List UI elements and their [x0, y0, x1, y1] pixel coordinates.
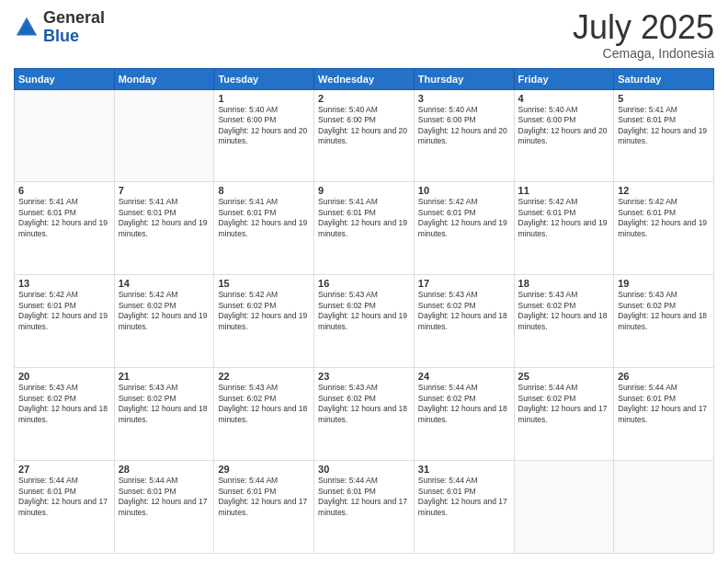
- calendar-cell: 6Sunrise: 5:41 AMSunset: 6:01 PMDaylight…: [15, 182, 115, 275]
- calendar-week-row: 1Sunrise: 5:40 AMSunset: 6:00 PMDaylight…: [15, 89, 714, 182]
- calendar-cell: 16Sunrise: 5:43 AMSunset: 6:02 PMDayligh…: [314, 275, 415, 368]
- logo-icon: [14, 15, 40, 40]
- calendar-cell: [614, 461, 714, 554]
- day-number: 31: [418, 464, 510, 475]
- calendar-cell: 10Sunrise: 5:42 AMSunset: 6:01 PMDayligh…: [414, 182, 514, 275]
- day-number: 4: [518, 93, 610, 104]
- cell-info: Sunrise: 5:42 AMSunset: 6:01 PMDaylight:…: [18, 290, 108, 330]
- month-title: July 2025: [573, 9, 714, 46]
- calendar-cell: 9Sunrise: 5:41 AMSunset: 6:01 PMDaylight…: [314, 182, 415, 275]
- title-block: July 2025 Cemaga, Indonesia: [573, 9, 714, 61]
- day-number: 24: [418, 371, 510, 382]
- calendar-cell: 3Sunrise: 5:40 AMSunset: 6:00 PMDaylight…: [414, 89, 514, 182]
- cell-info: Sunrise: 5:44 AMSunset: 6:01 PMDaylight:…: [18, 476, 108, 516]
- calendar-cell: 7Sunrise: 5:41 AMSunset: 6:01 PMDaylight…: [114, 182, 214, 275]
- cell-info: Sunrise: 5:42 AMSunset: 6:01 PMDaylight:…: [518, 197, 608, 237]
- calendar-cell: 11Sunrise: 5:42 AMSunset: 6:01 PMDayligh…: [514, 182, 614, 275]
- cell-info: Sunrise: 5:42 AMSunset: 6:01 PMDaylight:…: [418, 197, 507, 237]
- day-number: 22: [218, 371, 310, 382]
- page: General Blue July 2025 Cemaga, Indonesia…: [0, 0, 728, 563]
- cell-info: Sunrise: 5:44 AMSunset: 6:01 PMDaylight:…: [618, 383, 707, 423]
- day-number: 11: [518, 185, 610, 196]
- day-number: 27: [18, 464, 110, 475]
- cell-info: Sunrise: 5:41 AMSunset: 6:01 PMDaylight:…: [218, 197, 307, 237]
- calendar-cell: [114, 89, 214, 182]
- cell-info: Sunrise: 5:43 AMSunset: 6:02 PMDaylight:…: [418, 290, 507, 330]
- weekday-header-row: SundayMondayTuesdayWednesdayThursdayFrid…: [15, 68, 714, 89]
- cell-info: Sunrise: 5:40 AMSunset: 6:00 PMDaylight:…: [218, 105, 307, 145]
- cell-info: Sunrise: 5:43 AMSunset: 6:02 PMDaylight:…: [318, 290, 407, 330]
- day-number: 3: [418, 93, 510, 104]
- calendar-cell: 24Sunrise: 5:44 AMSunset: 6:02 PMDayligh…: [414, 368, 514, 461]
- day-number: 26: [618, 371, 710, 382]
- logo: General Blue: [14, 9, 105, 46]
- cell-info: Sunrise: 5:44 AMSunset: 6:01 PMDaylight:…: [418, 476, 507, 516]
- day-number: 9: [318, 185, 410, 196]
- cell-info: Sunrise: 5:42 AMSunset: 6:01 PMDaylight:…: [618, 197, 707, 237]
- cell-info: Sunrise: 5:44 AMSunset: 6:01 PMDaylight:…: [218, 476, 307, 516]
- day-number: 5: [618, 93, 710, 104]
- calendar-cell: 1Sunrise: 5:40 AMSunset: 6:00 PMDaylight…: [214, 89, 314, 182]
- weekday-header-wednesday: Wednesday: [314, 68, 415, 89]
- day-number: 14: [119, 278, 210, 289]
- day-number: 13: [18, 278, 110, 289]
- calendar-week-row: 13Sunrise: 5:42 AMSunset: 6:01 PMDayligh…: [15, 275, 714, 368]
- calendar-cell: 12Sunrise: 5:42 AMSunset: 6:01 PMDayligh…: [614, 182, 714, 275]
- weekday-header-thursday: Thursday: [414, 68, 514, 89]
- day-number: 21: [119, 371, 210, 382]
- cell-info: Sunrise: 5:42 AMSunset: 6:02 PMDaylight:…: [119, 290, 208, 330]
- calendar-cell: 14Sunrise: 5:42 AMSunset: 6:02 PMDayligh…: [114, 275, 214, 368]
- day-number: 17: [418, 278, 510, 289]
- calendar-week-row: 6Sunrise: 5:41 AMSunset: 6:01 PMDaylight…: [15, 182, 714, 275]
- day-number: 12: [618, 185, 710, 196]
- calendar-cell: 5Sunrise: 5:41 AMSunset: 6:01 PMDaylight…: [614, 89, 714, 182]
- calendar-week-row: 20Sunrise: 5:43 AMSunset: 6:02 PMDayligh…: [15, 368, 714, 461]
- calendar-cell: 26Sunrise: 5:44 AMSunset: 6:01 PMDayligh…: [614, 368, 714, 461]
- location: Cemaga, Indonesia: [573, 46, 714, 61]
- day-number: 23: [318, 371, 410, 382]
- cell-info: Sunrise: 5:43 AMSunset: 6:02 PMDaylight:…: [618, 290, 707, 330]
- cell-info: Sunrise: 5:43 AMSunset: 6:02 PMDaylight:…: [18, 383, 108, 423]
- cell-info: Sunrise: 5:41 AMSunset: 6:01 PMDaylight:…: [618, 105, 707, 145]
- calendar-cell: 27Sunrise: 5:44 AMSunset: 6:01 PMDayligh…: [15, 461, 115, 554]
- calendar-week-row: 27Sunrise: 5:44 AMSunset: 6:01 PMDayligh…: [15, 461, 714, 554]
- cell-info: Sunrise: 5:43 AMSunset: 6:02 PMDaylight:…: [318, 383, 407, 423]
- calendar-cell: 8Sunrise: 5:41 AMSunset: 6:01 PMDaylight…: [214, 182, 314, 275]
- calendar-cell: 18Sunrise: 5:43 AMSunset: 6:02 PMDayligh…: [514, 275, 614, 368]
- calendar-cell: 2Sunrise: 5:40 AMSunset: 6:00 PMDaylight…: [314, 89, 415, 182]
- cell-info: Sunrise: 5:42 AMSunset: 6:02 PMDaylight:…: [218, 290, 307, 330]
- day-number: 16: [318, 278, 410, 289]
- weekday-header-friday: Friday: [514, 68, 614, 89]
- calendar-cell: 23Sunrise: 5:43 AMSunset: 6:02 PMDayligh…: [314, 368, 415, 461]
- day-number: 19: [618, 278, 710, 289]
- cell-info: Sunrise: 5:44 AMSunset: 6:02 PMDaylight:…: [518, 383, 608, 423]
- cell-info: Sunrise: 5:44 AMSunset: 6:01 PMDaylight:…: [318, 476, 407, 516]
- header: General Blue July 2025 Cemaga, Indonesia: [14, 9, 714, 61]
- calendar-cell: 20Sunrise: 5:43 AMSunset: 6:02 PMDayligh…: [15, 368, 115, 461]
- cell-info: Sunrise: 5:40 AMSunset: 6:00 PMDaylight:…: [418, 105, 507, 145]
- cell-info: Sunrise: 5:41 AMSunset: 6:01 PMDaylight:…: [119, 197, 208, 237]
- calendar-cell: 28Sunrise: 5:44 AMSunset: 6:01 PMDayligh…: [114, 461, 214, 554]
- cell-info: Sunrise: 5:41 AMSunset: 6:01 PMDaylight:…: [18, 197, 108, 237]
- calendar-cell: 4Sunrise: 5:40 AMSunset: 6:00 PMDaylight…: [514, 89, 614, 182]
- day-number: 10: [418, 185, 510, 196]
- calendar-cell: 25Sunrise: 5:44 AMSunset: 6:02 PMDayligh…: [514, 368, 614, 461]
- cell-info: Sunrise: 5:43 AMSunset: 6:02 PMDaylight:…: [218, 383, 307, 423]
- day-number: 6: [18, 185, 110, 196]
- day-number: 1: [218, 93, 310, 104]
- calendar-cell: 30Sunrise: 5:44 AMSunset: 6:01 PMDayligh…: [314, 461, 415, 554]
- day-number: 18: [518, 278, 610, 289]
- calendar-cell: 17Sunrise: 5:43 AMSunset: 6:02 PMDayligh…: [414, 275, 514, 368]
- calendar-cell: 13Sunrise: 5:42 AMSunset: 6:01 PMDayligh…: [15, 275, 115, 368]
- weekday-header-sunday: Sunday: [15, 68, 115, 89]
- weekday-header-monday: Monday: [114, 68, 214, 89]
- calendar-cell: 21Sunrise: 5:43 AMSunset: 6:02 PMDayligh…: [114, 368, 214, 461]
- weekday-header-saturday: Saturday: [614, 68, 714, 89]
- calendar-cell: [15, 89, 115, 182]
- calendar-cell: 31Sunrise: 5:44 AMSunset: 6:01 PMDayligh…: [414, 461, 514, 554]
- logo-text: General Blue: [43, 9, 105, 46]
- day-number: 30: [318, 464, 410, 475]
- cell-info: Sunrise: 5:40 AMSunset: 6:00 PMDaylight:…: [518, 105, 608, 145]
- calendar-cell: [514, 461, 614, 554]
- calendar-table: SundayMondayTuesdayWednesdayThursdayFrid…: [14, 68, 714, 554]
